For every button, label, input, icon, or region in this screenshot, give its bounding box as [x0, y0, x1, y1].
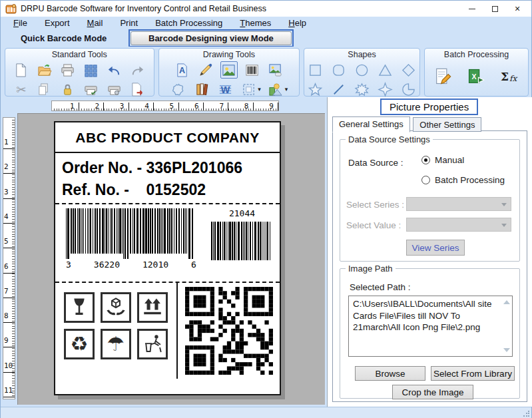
- print-preview-icon[interactable]: [83, 81, 100, 98]
- grid-icon[interactable]: [83, 61, 100, 79]
- tool-row: W▾▾: [160, 81, 298, 98]
- cut-icon[interactable]: ✂: [13, 81, 30, 98]
- barcode-bar: [102, 208, 104, 254]
- quick-barcode-mode-button[interactable]: Quick Barcode Mode: [21, 33, 121, 43]
- triangle-shape-icon[interactable]: [377, 61, 394, 79]
- copy-icon[interactable]: [36, 81, 53, 98]
- barcode-bar: [89, 208, 89, 254]
- star-shape-icon[interactable]: [307, 81, 324, 98]
- shape-tool-icon[interactable]: [170, 81, 187, 98]
- four-point-star-shape-icon[interactable]: [377, 81, 394, 98]
- ruler-major-tick: [228, 103, 228, 110]
- select-value-dropdown[interactable]: [406, 218, 511, 232]
- crop-the-image-button[interactable]: Crop the Image: [392, 385, 473, 399]
- barcode-bar: [241, 222, 242, 260]
- diamond-shape-icon[interactable]: [400, 61, 417, 79]
- library-tool-icon[interactable]: [193, 81, 210, 98]
- fragile-symbol-icon[interactable]: [64, 292, 95, 323]
- lock-icon[interactable]: [59, 81, 77, 98]
- batch-edit-icon[interactable]: [431, 66, 454, 87]
- barcode-bar: [169, 208, 170, 254]
- print-setup-icon[interactable]: [106, 81, 123, 98]
- menu-help[interactable]: Help: [280, 18, 315, 28]
- select-from-library-button[interactable]: Select From Library: [431, 366, 515, 381]
- pencil-tool-icon[interactable]: [197, 61, 214, 79]
- text-tool-icon[interactable]: A: [174, 61, 191, 79]
- image-tool-icon[interactable]: [220, 61, 238, 79]
- menu-mail[interactable]: Mail: [79, 18, 112, 28]
- barcode-bar: [244, 222, 245, 260]
- tab-other-settings[interactable]: Other Settings: [413, 117, 481, 132]
- barcode-tool-icon[interactable]: [244, 61, 261, 79]
- dropdown-caret-icon[interactable]: ▾: [258, 86, 261, 93]
- excel-export-icon[interactable]: X: [465, 66, 487, 87]
- selected-path-field[interactable]: C:\Users\IBALL\Documents\All site Cards …: [348, 296, 513, 357]
- barcode-object[interactable]: 3 36220 12010 6 21044: [55, 204, 280, 282]
- do-not-litter-symbol-icon[interactable]: [137, 329, 168, 359]
- gallery-tool-icon[interactable]: [267, 61, 284, 79]
- this-way-up-symbol-icon[interactable]: [137, 292, 168, 323]
- frame-tool-icon[interactable]: [240, 81, 257, 98]
- formula-icon[interactable]: Σfx: [498, 66, 521, 87]
- ruler-number: 6: [194, 102, 199, 110]
- ruler-major-tick: [3, 298, 15, 298]
- open-folder-icon[interactable]: [36, 61, 53, 79]
- dropdown-caret-icon[interactable]: ▾: [285, 86, 288, 93]
- tab-general-settings[interactable]: General Settings: [332, 116, 410, 132]
- menu-export[interactable]: Export: [36, 18, 79, 28]
- manual-radio[interactable]: [421, 156, 430, 164]
- menu-print[interactable]: Print: [111, 18, 146, 28]
- recycle-symbol-icon[interactable]: ♻: [64, 329, 95, 359]
- company-name-text[interactable]: ABC PRODUCT COMPANY: [55, 122, 280, 153]
- ellipse-shape-icon[interactable]: [354, 61, 371, 79]
- line-shape-icon[interactable]: [330, 81, 348, 98]
- barcode-designing-view-mode-button[interactable]: Barcode Designing view Mode: [131, 31, 292, 45]
- burst-shape-icon[interactable]: [354, 81, 371, 98]
- order-number-text[interactable]: Order No. - 336PL201066: [55, 153, 280, 177]
- mode-toolbar: Quick Barcode Mode Barcode Designing vie…: [1, 29, 531, 47]
- scroll-up-icon[interactable]: [503, 300, 510, 304]
- watermark-tool-icon[interactable]: W: [216, 81, 234, 98]
- pie-shape-icon[interactable]: [400, 81, 417, 98]
- barcode-bar: [266, 222, 266, 260]
- new-document-icon[interactable]: [13, 61, 30, 79]
- qr-code[interactable]: [185, 287, 273, 375]
- barcode-label-design[interactable]: ABC PRODUCT COMPANY Order No. - 336PL201…: [54, 121, 281, 395]
- menu-themes[interactable]: Themes: [231, 18, 280, 28]
- keep-dry-symbol-icon[interactable]: ☂: [101, 329, 131, 359]
- horizontal-ruler: 123456789: [51, 101, 279, 111]
- print-icon[interactable]: [59, 61, 77, 79]
- browse-button[interactable]: Browse: [355, 366, 425, 381]
- batch-processing-radio[interactable]: [421, 176, 430, 184]
- ref-number-text[interactable]: Ref. No. - 0152502: [55, 177, 280, 203]
- ruler-major-tick: [278, 103, 278, 110]
- ruler-major-tick: [129, 103, 129, 110]
- redo-icon[interactable]: [129, 61, 146, 79]
- view-series-button[interactable]: View Series: [406, 240, 465, 256]
- maximize-button[interactable]: [483, 1, 506, 17]
- window-title: DRPU Barcode Software for Inventory Cont…: [21, 4, 461, 13]
- barcode-bar: [152, 208, 153, 254]
- rectangle-shape-icon[interactable]: [307, 61, 324, 79]
- barcode-bar: [229, 222, 231, 260]
- picture-menu-tool-icon[interactable]: [267, 81, 284, 98]
- handle-with-care-symbol-icon[interactable]: [101, 292, 131, 323]
- scroll-down-icon[interactable]: [503, 348, 510, 352]
- packaging-symbols[interactable]: ♻☂: [55, 283, 176, 379]
- barcode-bar: [226, 222, 226, 260]
- minimize-button[interactable]: [461, 1, 483, 17]
- barcode-bar: [106, 208, 107, 254]
- batch-radio-label: Batch Processing: [435, 175, 505, 185]
- undo-icon[interactable]: [106, 61, 123, 79]
- close-button[interactable]: ×: [506, 1, 529, 17]
- menu-file[interactable]: File: [5, 18, 36, 28]
- barcode-bar: [167, 208, 168, 254]
- resize-grip-icon[interactable]: [523, 410, 529, 417]
- rounded-rectangle-shape-icon[interactable]: [330, 61, 348, 79]
- panel-title: Picture Properties: [382, 100, 477, 114]
- menu-batch-processing[interactable]: Batch Processing: [146, 18, 231, 28]
- export-icon[interactable]: [129, 81, 146, 98]
- select-series-dropdown[interactable]: [406, 197, 511, 211]
- barcode-bar: [110, 208, 111, 254]
- ruler-major-tick: [3, 148, 15, 149]
